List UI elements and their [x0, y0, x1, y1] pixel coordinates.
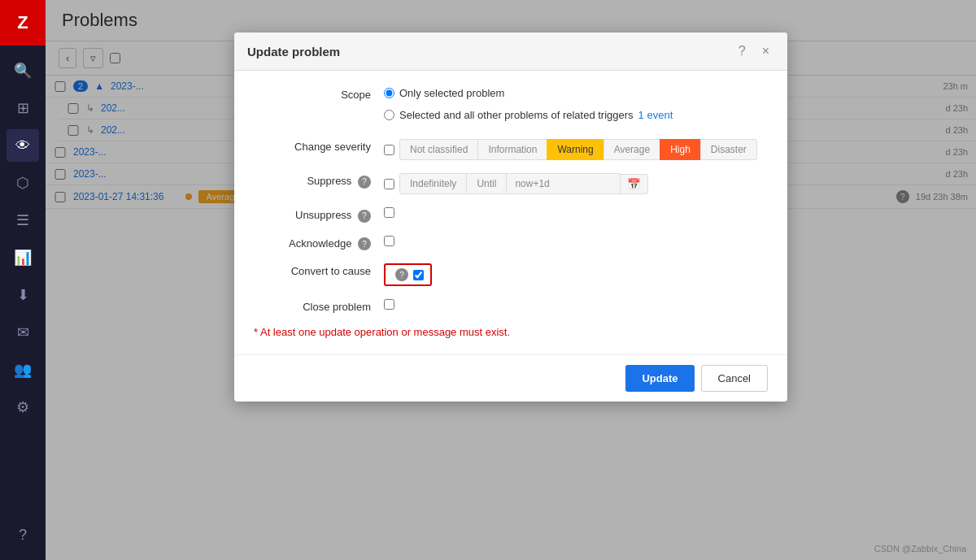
- update-button[interactable]: Update: [625, 365, 694, 392]
- error-message: * At least one update operation or messa…: [254, 326, 768, 338]
- convert-to-cause-checkbox[interactable]: [413, 270, 424, 280]
- close-problem-label: Close problem: [254, 299, 384, 313]
- change-severity-checkbox[interactable]: [384, 145, 394, 155]
- mail-nav-icon[interactable]: ✉: [7, 316, 39, 349]
- dialog-footer: Update Cancel: [234, 354, 787, 402]
- severity-information-button[interactable]: Information: [477, 139, 547, 160]
- dialog-close-button[interactable]: ×: [757, 42, 774, 60]
- unsuppress-label: Unsuppress ?: [254, 207, 384, 223]
- suppress-row: Suppress ? Indefinitely Until 📅: [254, 173, 768, 194]
- search-nav-icon[interactable]: 🔍: [7, 54, 39, 87]
- severity-average-button[interactable]: Average: [603, 139, 660, 160]
- download-nav-icon[interactable]: ⬇: [7, 279, 39, 311]
- suppress-label: Suppress ?: [254, 173, 384, 189]
- convert-to-cause-help-icon[interactable]: ?: [395, 268, 408, 281]
- change-severity-control: Not classified Information Warning Avera…: [384, 139, 768, 160]
- scope-option1-label: Only selected problem: [399, 87, 504, 99]
- acknowledge-label: Acknowledge ?: [254, 236, 384, 251]
- scope-label: Scope: [254, 87, 384, 101]
- convert-to-cause-row: Convert to cause ?: [254, 263, 768, 286]
- network-nav-icon[interactable]: ⬡: [7, 167, 39, 199]
- event-count-label: 1 event: [638, 109, 673, 121]
- suppress-help-icon[interactable]: ?: [358, 176, 371, 189]
- scope-option2-label: Selected and all other problems of relat…: [399, 109, 634, 121]
- suppress-calendar-button[interactable]: 📅: [621, 174, 648, 194]
- suppress-checkbox[interactable]: [384, 179, 394, 189]
- suppress-indefinitely-button[interactable]: Indefinitely: [399, 173, 467, 194]
- suppress-until-button[interactable]: Until: [467, 173, 507, 194]
- scope-radio1[interactable]: [384, 88, 394, 98]
- dialog-help-button[interactable]: ?: [734, 42, 751, 60]
- severity-disaster-button[interactable]: Disaster: [700, 139, 757, 160]
- chart-nav-icon[interactable]: 📊: [7, 241, 39, 274]
- modal-overlay: Update problem ? × Scope Only selected p…: [46, 0, 976, 560]
- acknowledge-control: [384, 236, 768, 246]
- list-nav-icon[interactable]: ☰: [7, 204, 39, 237]
- help-nav-icon[interactable]: ?: [7, 519, 39, 551]
- dialog-body: Scope Only selected problem Selected and…: [234, 71, 787, 354]
- severity-high-button[interactable]: High: [660, 139, 700, 160]
- severity-buttons: Not classified Information Warning Avera…: [399, 139, 757, 160]
- acknowledge-checkbox[interactable]: [384, 236, 394, 246]
- convert-to-cause-control: ?: [384, 263, 768, 286]
- unsuppress-checkbox[interactable]: [384, 207, 394, 218]
- severity-warning-button[interactable]: Warning: [547, 139, 603, 160]
- suppress-controls: Indefinitely Until 📅: [399, 173, 648, 194]
- cancel-button[interactable]: Cancel: [701, 365, 768, 392]
- settings-nav-icon[interactable]: ⚙: [7, 391, 39, 423]
- app-logo[interactable]: Z: [0, 0, 46, 46]
- acknowledge-row: Acknowledge ?: [254, 236, 768, 251]
- users-nav-icon[interactable]: 👥: [7, 354, 39, 386]
- scope-option2[interactable]: Selected and all other problems of relat…: [384, 109, 673, 121]
- dialog-title: Update problem: [247, 45, 340, 59]
- suppress-until-input[interactable]: [507, 173, 621, 194]
- close-problem-checkbox[interactable]: [384, 299, 394, 310]
- suppress-control: Indefinitely Until 📅: [384, 173, 768, 194]
- unsuppress-help-icon[interactable]: ?: [358, 210, 371, 223]
- unsuppress-row: Unsuppress ?: [254, 207, 768, 223]
- acknowledge-help-icon[interactable]: ?: [358, 237, 371, 250]
- close-problem-row: Close problem: [254, 299, 768, 313]
- close-problem-control: [384, 299, 768, 310]
- error-message-text: At least one update operation or message…: [260, 326, 510, 338]
- sidebar: Z 🔍 ⊞ 👁 ⬡ ☰ 📊 ⬇ ✉ 👥 ⚙ ?: [0, 0, 46, 560]
- main-content: Problems ‹ ▿ 2 ▲ 2023-... 23h m ↳ 202...…: [46, 0, 976, 560]
- scope-option1[interactable]: Only selected problem: [384, 87, 504, 99]
- monitoring-nav-icon[interactable]: 👁: [7, 129, 39, 162]
- severity-not-classified-button[interactable]: Not classified: [399, 139, 477, 160]
- change-severity-row: Change severity Not classified Informati…: [254, 139, 768, 160]
- dialog-header-actions: ? ×: [734, 42, 774, 60]
- convert-to-cause-highlight: ?: [384, 263, 432, 286]
- scope-control: Only selected problem Selected and all o…: [384, 87, 768, 126]
- convert-to-cause-label: Convert to cause: [254, 263, 384, 277]
- dialog-header: Update problem ? ×: [234, 33, 787, 71]
- unsuppress-control: [384, 207, 768, 218]
- change-severity-label: Change severity: [254, 139, 384, 153]
- dashboard-nav-icon[interactable]: ⊞: [7, 92, 39, 124]
- scope-row: Scope Only selected problem Selected and…: [254, 87, 768, 126]
- scope-radio2[interactable]: [384, 110, 394, 120]
- update-problem-dialog: Update problem ? × Scope Only selected p…: [234, 33, 787, 402]
